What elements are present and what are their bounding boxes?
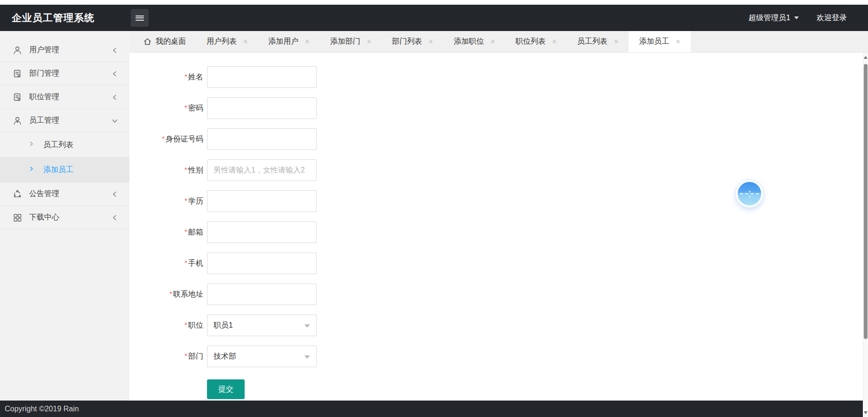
sidebar-item-user-management[interactable]: 用户管理	[0, 39, 129, 62]
sidebar-item-download-center[interactable]: 下载中心	[0, 206, 129, 229]
chevron-down-icon	[794, 16, 799, 19]
sidebar-item-add-employee[interactable]: 添加员工	[0, 157, 129, 182]
chevron-left-icon	[111, 94, 118, 101]
close-icon[interactable]: ×	[676, 38, 680, 46]
email-field[interactable]	[207, 221, 317, 243]
chevron-left-icon	[111, 71, 118, 77]
tab-user-list[interactable]: 用户列表 ×	[196, 31, 258, 52]
name-field[interactable]	[207, 66, 317, 88]
position-select[interactable]: 职员1	[207, 315, 317, 336]
sidebar-item-announcement-management[interactable]: 公告管理	[0, 182, 129, 206]
chevron-down-icon	[304, 355, 310, 359]
form-row-id-number: *身份证号码	[129, 128, 868, 150]
department-select[interactable]: 技术部	[207, 346, 317, 367]
sidebar-item-label: 下载中心	[29, 212, 59, 222]
header-right: 超级管理员1 欢迎登录	[749, 5, 847, 31]
header-bar: 企业员工管理系统 超级管理员1 欢迎登录	[0, 5, 868, 31]
welcome-login-link[interactable]: 欢迎登录	[817, 13, 847, 23]
id-number-field[interactable]	[207, 128, 317, 150]
user-dropdown-label: 超级管理员1	[749, 13, 790, 23]
required-mark: *	[184, 259, 187, 267]
form-row-department: *部门 技术部	[129, 346, 868, 367]
required-mark: *	[184, 321, 187, 329]
address-field[interactable]	[207, 283, 317, 305]
form-row-mobile: *手机	[129, 252, 868, 274]
field-label: 身份证号码	[166, 135, 203, 143]
chevron-down-icon	[304, 324, 310, 328]
hamburger-icon	[135, 14, 144, 22]
close-icon[interactable]: ×	[614, 38, 618, 46]
required-mark: *	[169, 290, 172, 298]
tab-add-position[interactable]: 添加职位 ×	[443, 31, 505, 52]
close-icon[interactable]: ×	[429, 38, 433, 46]
tab-label: 添加部门	[330, 37, 360, 47]
form-row-address: *联系地址	[129, 283, 868, 305]
tab-employee-list[interactable]: 员工列表 ×	[567, 31, 629, 52]
loading-spinner	[736, 180, 763, 207]
required-mark: *	[184, 352, 187, 360]
tab-label: 添加员工	[639, 37, 669, 47]
tab-label: 我的桌面	[156, 37, 186, 47]
tab-label: 职位列表	[516, 37, 546, 47]
sidebar-item-employee-list[interactable]: 员工列表	[0, 133, 129, 157]
app-root: 企业员工管理系统 超级管理员1 欢迎登录 用户管理 部门管理	[0, 0, 868, 417]
field-label: 密码	[188, 104, 203, 112]
form-row-gender: *性别	[129, 159, 868, 181]
scroll-up-arrow-icon[interactable]	[864, 56, 868, 59]
form-row-password: *密码	[129, 97, 868, 119]
tab-add-user[interactable]: 添加用户 ×	[258, 31, 319, 52]
required-mark: *	[184, 72, 187, 80]
sidebar-item-employee-management[interactable]: 员工管理	[0, 109, 129, 133]
tab-department-list[interactable]: 部门列表 ×	[382, 31, 443, 52]
sidebar-item-department-management[interactable]: 部门管理	[0, 62, 129, 86]
add-employee-form: *姓名 *密码 *身份证号码 *性别 *学历 *邮箱 *手机 *联系地址	[129, 53, 868, 401]
user-icon	[13, 46, 22, 55]
tab-add-employee[interactable]: 添加员工 ×	[629, 31, 690, 52]
share-icon	[13, 189, 22, 199]
sidebar-item-position-management[interactable]: 职位管理	[0, 86, 129, 109]
tab-label: 添加用户	[268, 37, 298, 47]
field-label: 手机	[188, 259, 203, 267]
tab-position-list[interactable]: 职位列表 ×	[505, 31, 567, 52]
tab-label: 部门列表	[392, 37, 422, 47]
page-title: 企业员工管理系统	[0, 11, 118, 24]
scroll-down-arrow-icon[interactable]	[864, 411, 868, 414]
gender-field[interactable]	[207, 159, 317, 181]
field-label: 职位	[188, 321, 203, 329]
scrollbar-thumb[interactable]	[864, 64, 868, 339]
tab-my-desktop[interactable]: 我的桌面	[133, 31, 196, 52]
field-label: 性别	[188, 166, 203, 174]
field-label: 邮箱	[188, 228, 203, 236]
chevron-down-icon	[111, 118, 118, 124]
password-field[interactable]	[207, 97, 317, 119]
sidebar-item-label: 用户管理	[29, 45, 59, 55]
close-icon[interactable]: ×	[305, 38, 309, 46]
chevron-left-icon	[111, 47, 118, 54]
field-label: 联系地址	[173, 290, 203, 298]
mobile-field[interactable]	[207, 252, 317, 274]
education-field[interactable]	[207, 190, 317, 212]
form-icon	[13, 93, 22, 102]
user-dropdown[interactable]: 超级管理员1	[749, 13, 799, 23]
sidebar-item-label: 职位管理	[29, 92, 59, 102]
vertical-scrollbar[interactable]	[863, 53, 868, 417]
tab-add-department[interactable]: 添加部门 ×	[320, 31, 382, 52]
required-mark: *	[184, 165, 187, 173]
tab-label: 用户列表	[207, 37, 237, 47]
field-label: 姓名	[188, 73, 203, 81]
close-icon[interactable]: ×	[367, 38, 371, 46]
submit-button[interactable]: 提交	[207, 379, 245, 399]
arrow-right-icon	[28, 165, 35, 174]
submit-row: 提交	[207, 379, 868, 399]
required-mark: *	[184, 197, 187, 205]
home-icon	[143, 38, 151, 46]
sidebar-item-label: 公告管理	[29, 189, 59, 199]
form-icon	[13, 69, 22, 79]
close-icon[interactable]: ×	[243, 38, 247, 46]
sidebar-toggle-button[interactable]	[131, 9, 149, 27]
required-mark: *	[162, 134, 165, 142]
close-icon[interactable]: ×	[490, 38, 494, 46]
form-row-position: *职位 职员1	[129, 315, 868, 336]
tab-bar: 我的桌面 用户列表 × 添加用户 × 添加部门 × 部门列表 × 添加职位 × …	[129, 31, 868, 53]
close-icon[interactable]: ×	[552, 38, 557, 46]
